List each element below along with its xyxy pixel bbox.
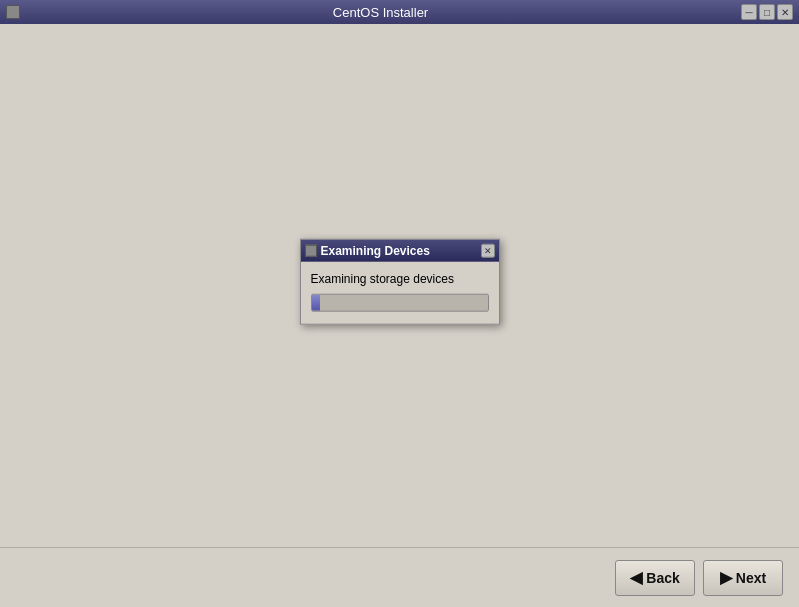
progress-bar-container <box>311 293 489 311</box>
dialog-icon <box>305 244 317 256</box>
dialog-message: Examining storage devices <box>311 271 489 285</box>
dialog-body: Examining storage devices <box>301 261 499 323</box>
close-button[interactable]: ✕ <box>777 4 793 20</box>
back-label: Back <box>646 570 679 586</box>
button-bar: ◀ Back ▶ Next <box>0 547 799 607</box>
installer-window-icon <box>6 5 20 19</box>
minimize-button[interactable]: ─ <box>741 4 757 20</box>
installer-content: Examining Devices ✕ Examining storage de… <box>0 24 799 607</box>
dialog-title: Examining Devices <box>321 243 477 257</box>
progress-bar-fill <box>312 294 321 310</box>
dialog-close-button[interactable]: ✕ <box>481 243 495 257</box>
installer-window: CentOS Installer ─ □ ✕ Examining Devices… <box>0 0 799 607</box>
installer-titlebar: CentOS Installer ─ □ ✕ <box>0 0 799 24</box>
installer-window-title: CentOS Installer <box>24 5 737 20</box>
back-arrow-icon: ◀ <box>630 568 642 587</box>
next-button[interactable]: ▶ Next <box>703 560 783 596</box>
back-button[interactable]: ◀ Back <box>615 560 695 596</box>
next-arrow-icon: ▶ <box>720 568 732 587</box>
maximize-button[interactable]: □ <box>759 4 775 20</box>
main-area: Examining Devices ✕ Examining storage de… <box>0 24 799 547</box>
dialog-titlebar: Examining Devices ✕ <box>301 239 499 261</box>
window-controls: ─ □ ✕ <box>741 4 793 20</box>
examining-devices-dialog: Examining Devices ✕ Examining storage de… <box>300 238 500 324</box>
next-label: Next <box>736 570 766 586</box>
